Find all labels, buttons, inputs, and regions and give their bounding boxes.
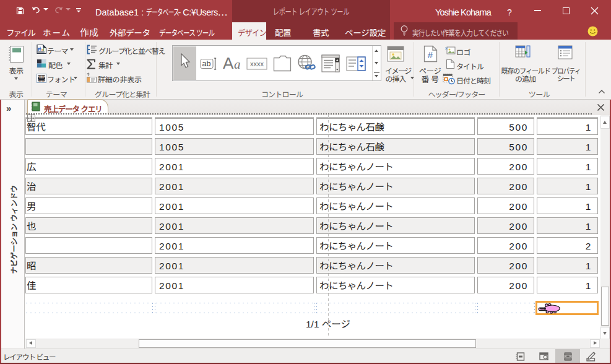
svg-text:A: A	[223, 56, 234, 72]
svg-text:a: a	[234, 57, 241, 72]
svg-text:xxxx: xxxx	[250, 60, 264, 67]
svg-text:#: #	[428, 50, 433, 60]
svg-text:ab: ab	[202, 59, 211, 68]
